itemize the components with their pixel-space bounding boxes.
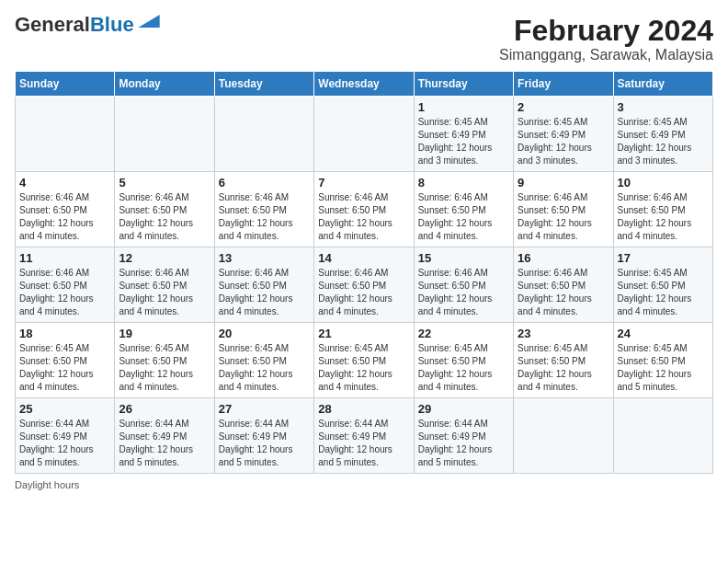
day-number: 20 xyxy=(219,327,310,340)
day-info: Sunrise: 6:46 AMSunset: 6:50 PMDaylight:… xyxy=(19,267,110,318)
calendar-day-cell: 26Sunrise: 6:44 AMSunset: 6:49 PMDayligh… xyxy=(115,398,214,474)
day-number: 1 xyxy=(418,100,509,114)
day-info: Sunrise: 6:45 AMSunset: 6:49 PMDaylight:… xyxy=(518,116,609,167)
calendar-day-cell: 27Sunrise: 6:44 AMSunset: 6:49 PMDayligh… xyxy=(214,398,313,474)
day-number: 23 xyxy=(518,327,609,340)
day-number: 7 xyxy=(318,176,409,190)
calendar-day-header: Sunday xyxy=(16,72,115,97)
calendar-day-cell: 7Sunrise: 6:46 AMSunset: 6:50 PMDaylight… xyxy=(314,172,414,247)
day-number: 18 xyxy=(19,327,110,340)
page-title: February 2024 xyxy=(499,15,713,47)
calendar-day-cell: 24Sunrise: 6:45 AMSunset: 6:50 PMDayligh… xyxy=(613,323,712,398)
day-info: Sunrise: 6:46 AMSunset: 6:50 PMDaylight:… xyxy=(518,267,609,318)
calendar-day-cell: 14Sunrise: 6:46 AMSunset: 6:50 PMDayligh… xyxy=(314,247,414,323)
day-number: 12 xyxy=(119,251,210,265)
calendar-day-header: Tuesday xyxy=(214,72,313,97)
day-info: Sunrise: 6:44 AMSunset: 6:49 PMDaylight:… xyxy=(219,418,310,469)
day-info: Sunrise: 6:45 AMSunset: 6:50 PMDaylight:… xyxy=(518,342,609,394)
calendar-week-row: 4Sunrise: 6:46 AMSunset: 6:50 PMDaylight… xyxy=(16,172,713,247)
day-number: 10 xyxy=(618,176,709,190)
day-info: Sunrise: 6:44 AMSunset: 6:49 PMDaylight:… xyxy=(318,418,409,469)
calendar-empty-cell xyxy=(613,398,712,474)
logo: GeneralBlue xyxy=(15,15,160,35)
day-number: 27 xyxy=(219,402,310,416)
calendar-day-cell: 12Sunrise: 6:46 AMSunset: 6:50 PMDayligh… xyxy=(115,247,214,323)
day-info: Sunrise: 6:45 AMSunset: 6:50 PMDaylight:… xyxy=(219,342,310,394)
day-number: 17 xyxy=(618,251,709,265)
day-info: Sunrise: 6:46 AMSunset: 6:50 PMDaylight:… xyxy=(119,267,210,318)
day-info: Sunrise: 6:46 AMSunset: 6:50 PMDaylight:… xyxy=(19,191,110,243)
calendar-header-row: SundayMondayTuesdayWednesdayThursdayFrid… xyxy=(16,72,713,97)
day-number: 24 xyxy=(618,327,709,340)
calendar-day-header: Thursday xyxy=(414,72,513,97)
calendar-week-row: 1Sunrise: 6:45 AMSunset: 6:49 PMDaylight… xyxy=(16,97,713,172)
day-number: 13 xyxy=(219,251,310,265)
day-number: 29 xyxy=(418,402,509,416)
calendar-day-header: Wednesday xyxy=(314,72,414,97)
calendar-day-cell: 19Sunrise: 6:45 AMSunset: 6:50 PMDayligh… xyxy=(115,323,214,398)
calendar-day-cell: 22Sunrise: 6:45 AMSunset: 6:50 PMDayligh… xyxy=(414,323,513,398)
page-subtitle: Simanggang, Sarawak, Malaysia xyxy=(499,47,713,63)
svg-marker-0 xyxy=(138,15,159,28)
calendar-day-cell: 9Sunrise: 6:46 AMSunset: 6:50 PMDaylight… xyxy=(514,172,613,247)
day-info: Sunrise: 6:45 AMSunset: 6:49 PMDaylight:… xyxy=(618,116,709,167)
day-info: Sunrise: 6:46 AMSunset: 6:50 PMDaylight:… xyxy=(418,191,509,243)
calendar-day-cell: 28Sunrise: 6:44 AMSunset: 6:49 PMDayligh… xyxy=(314,398,414,474)
day-number: 9 xyxy=(518,176,609,190)
calendar-day-cell: 25Sunrise: 6:44 AMSunset: 6:49 PMDayligh… xyxy=(16,398,115,474)
day-info: Sunrise: 6:45 AMSunset: 6:50 PMDaylight:… xyxy=(119,342,210,394)
calendar-day-cell: 16Sunrise: 6:46 AMSunset: 6:50 PMDayligh… xyxy=(514,247,613,323)
calendar-day-cell: 1Sunrise: 6:45 AMSunset: 6:49 PMDaylight… xyxy=(414,97,513,172)
day-number: 14 xyxy=(318,251,409,265)
day-info: Sunrise: 6:46 AMSunset: 6:50 PMDaylight:… xyxy=(318,191,409,243)
day-info: Sunrise: 6:46 AMSunset: 6:50 PMDaylight:… xyxy=(219,191,310,243)
calendar-day-cell: 6Sunrise: 6:46 AMSunset: 6:50 PMDaylight… xyxy=(214,172,313,247)
day-info: Sunrise: 6:46 AMSunset: 6:50 PMDaylight:… xyxy=(219,267,310,318)
calendar-day-cell: 21Sunrise: 6:45 AMSunset: 6:50 PMDayligh… xyxy=(314,323,414,398)
day-number: 28 xyxy=(318,402,409,416)
day-info: Sunrise: 6:46 AMSunset: 6:50 PMDaylight:… xyxy=(618,191,709,243)
title-block: February 2024 Simanggang, Sarawak, Malay… xyxy=(499,15,713,63)
day-number: 6 xyxy=(219,176,310,190)
calendar-table: SundayMondayTuesdayWednesdayThursdayFrid… xyxy=(15,71,713,474)
logo-text: GeneralBlue xyxy=(15,15,134,35)
day-number: 22 xyxy=(418,327,509,340)
calendar-day-cell: 2Sunrise: 6:45 AMSunset: 6:49 PMDaylight… xyxy=(514,97,613,172)
calendar-day-header: Monday xyxy=(115,72,214,97)
calendar-day-header: Saturday xyxy=(613,72,712,97)
calendar-week-row: 25Sunrise: 6:44 AMSunset: 6:49 PMDayligh… xyxy=(16,398,713,474)
day-number: 26 xyxy=(119,402,210,416)
calendar-day-cell: 10Sunrise: 6:46 AMSunset: 6:50 PMDayligh… xyxy=(613,172,712,247)
day-info: Sunrise: 6:46 AMSunset: 6:50 PMDaylight:… xyxy=(119,191,210,243)
day-info: Sunrise: 6:46 AMSunset: 6:50 PMDaylight:… xyxy=(518,191,609,243)
day-number: 3 xyxy=(618,100,709,114)
calendar-day-cell: 3Sunrise: 6:45 AMSunset: 6:49 PMDaylight… xyxy=(613,97,712,172)
day-info: Sunrise: 6:44 AMSunset: 6:49 PMDaylight:… xyxy=(119,418,210,469)
calendar-empty-cell xyxy=(314,97,414,172)
calendar-empty-cell xyxy=(16,97,115,172)
day-number: 25 xyxy=(19,402,110,416)
day-number: 8 xyxy=(418,176,509,190)
day-number: 19 xyxy=(119,327,210,340)
day-number: 11 xyxy=(19,251,110,265)
calendar-day-cell: 18Sunrise: 6:45 AMSunset: 6:50 PMDayligh… xyxy=(16,323,115,398)
day-info: Sunrise: 6:46 AMSunset: 6:50 PMDaylight:… xyxy=(318,267,409,318)
calendar-day-cell: 23Sunrise: 6:45 AMSunset: 6:50 PMDayligh… xyxy=(514,323,613,398)
calendar-day-cell: 20Sunrise: 6:45 AMSunset: 6:50 PMDayligh… xyxy=(214,323,313,398)
day-info: Sunrise: 6:46 AMSunset: 6:50 PMDaylight:… xyxy=(418,267,509,318)
day-info: Sunrise: 6:44 AMSunset: 6:49 PMDaylight:… xyxy=(19,418,110,469)
day-info: Sunrise: 6:45 AMSunset: 6:50 PMDaylight:… xyxy=(318,342,409,394)
day-info: Sunrise: 6:44 AMSunset: 6:49 PMDaylight:… xyxy=(418,418,509,469)
day-info: Sunrise: 6:45 AMSunset: 6:50 PMDaylight:… xyxy=(618,267,709,318)
calendar-day-cell: 17Sunrise: 6:45 AMSunset: 6:50 PMDayligh… xyxy=(613,247,712,323)
calendar-week-row: 18Sunrise: 6:45 AMSunset: 6:50 PMDayligh… xyxy=(16,323,713,398)
day-number: 4 xyxy=(19,176,110,190)
calendar-day-cell: 29Sunrise: 6:44 AMSunset: 6:49 PMDayligh… xyxy=(414,398,513,474)
footer-note: Daylight hours xyxy=(15,479,713,490)
calendar-day-cell: 4Sunrise: 6:46 AMSunset: 6:50 PMDaylight… xyxy=(16,172,115,247)
calendar-day-cell: 13Sunrise: 6:46 AMSunset: 6:50 PMDayligh… xyxy=(214,247,313,323)
calendar-day-cell: 8Sunrise: 6:46 AMSunset: 6:50 PMDaylight… xyxy=(414,172,513,247)
day-number: 5 xyxy=(119,176,210,190)
day-info: Sunrise: 6:45 AMSunset: 6:50 PMDaylight:… xyxy=(418,342,509,394)
calendar-day-cell: 11Sunrise: 6:46 AMSunset: 6:50 PMDayligh… xyxy=(16,247,115,323)
